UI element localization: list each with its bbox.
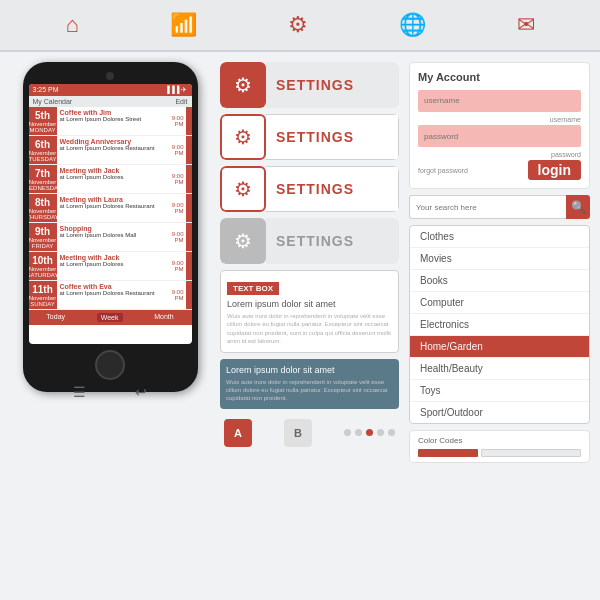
calendar-entry-2[interactable]: 7th November WEDNESDAY Meeting with Jack… [29,165,192,194]
entry-tag-3 [186,194,192,222]
forgot-password-link[interactable]: forgot password [418,167,468,174]
phone-signal: ▐▐▐ ✈ [165,86,188,94]
entry-date-5: 10th November SATURDAY [29,252,57,280]
entry-time-6: 9:00PM [170,281,186,309]
entry-info-3: Meeting with Laura at Lorem Ipsum Dolore… [57,194,170,222]
color-codes-title: Color Codes [418,436,581,445]
main-content: 3:25 PM ▐▐▐ ✈ My Calendar Edit 5th Novem… [0,52,600,582]
color-bar-gray [481,449,581,457]
textbox-title-1: Lorem ipsum dolor sit amet [227,299,392,309]
globe-icon[interactable]: 🌐 [399,12,426,38]
settings-button-2[interactable]: ⚙ SETTINGS [220,114,399,160]
phone-section: 3:25 PM ▐▐▐ ✈ My Calendar Edit 5th Novem… [10,62,210,572]
category-computer[interactable]: Computer [410,292,589,314]
tab-today[interactable]: Today [46,313,65,322]
login-row: forgot password login [418,160,581,180]
entry-info-4: Shopping at Lorem Ipsum Dolores Mall [57,223,170,251]
search-input[interactable] [409,195,566,219]
search-row: 🔍 [409,195,590,219]
calendar-title: My Calendar [33,98,73,105]
tab-section: A B [220,415,399,451]
phone-nav-back-icon[interactable]: ↩ [135,384,147,400]
phone-camera [106,72,114,80]
phone: 3:25 PM ▐▐▐ ✈ My Calendar Edit 5th Novem… [23,62,198,392]
entry-info-6: Coffee with Eva at Lorem Ipsum Dolores R… [57,281,170,309]
entry-time-0: 9:00PM [170,107,186,135]
gear-icon[interactable]: ⚙ [288,12,308,38]
category-home-garden[interactable]: Home/Garden [410,336,589,358]
textbox-title-2: Lorem ipsum dolor sit amet [226,365,393,375]
entry-tag-5 [186,252,192,280]
category-toys[interactable]: Toys [410,380,589,402]
entry-info-1: Wedding Anniversary at Lorem Ipsum Dolor… [57,136,170,164]
textbox-section-1: TEXT BOX Lorem ipsum dolor sit amet Wuis… [220,270,399,353]
phone-nav-menu-icon[interactable]: ☰ [73,384,86,400]
settings-icon-3: ⚙ [220,166,266,212]
settings-label-1: SETTINGS [266,62,399,108]
entry-time-5: 9:00PM [170,252,186,280]
category-books[interactable]: Books [410,270,589,292]
tab-button-b[interactable]: B [284,419,312,447]
entry-date-0: 5th November MONDAY [29,107,57,135]
settings-button-1[interactable]: ⚙ SETTINGS [220,62,399,108]
calendar-header: My Calendar Edit [29,96,192,107]
entry-tag-1 [186,136,192,164]
calendar-edit[interactable]: Edit [175,98,187,105]
category-list: Clothes Movies Books Computer Electronic… [409,225,590,424]
calendar-entry-3[interactable]: 8th November THURSDAY Meeting with Laura… [29,194,192,223]
calendar-entry-4[interactable]: 9th November FRIDAY Shopping at Lorem Ip… [29,223,192,252]
tab-week[interactable]: Week [97,313,123,322]
entry-info-0: Coffee with Jim at Lorem Ipsum Dolores S… [57,107,170,135]
mail-icon[interactable]: ✉ [517,12,535,38]
entry-date-1: 6th November TUESDAY [29,136,57,164]
tab-dots [344,429,395,436]
color-bars [418,449,581,457]
entry-info-5: Meeting with Jack at Lorem Ipsum Dolores [57,252,170,280]
username-label: username [418,116,581,123]
phone-nav-icons: ☰ ↩ [29,384,192,400]
entry-time-1: 9:00PM [170,136,186,164]
settings-button-3[interactable]: ⚙ SETTINGS [220,166,399,212]
settings-label-3: SETTINGS [266,166,399,212]
middle-section: ⚙ SETTINGS ⚙ SETTINGS ⚙ SETTINGS ⚙ SETTI… [220,62,399,572]
entry-time-3: 9:00PM [170,194,186,222]
entry-info-2: Meeting with Jack at Lorem Ipsum Dolores [57,165,170,193]
category-electronics[interactable]: Electronics [410,314,589,336]
category-clothes[interactable]: Clothes [410,226,589,248]
login-button[interactable]: login [528,160,581,180]
category-sport-outdoor[interactable]: Sport/Outdoor [410,402,589,423]
phone-time: 3:25 PM [33,86,59,94]
calendar-entry-6[interactable]: 11th November SUNDAY Coffee with Eva at … [29,281,192,310]
entry-time-2: 9:00PM [170,165,186,193]
signal-icon[interactable]: 📶 [170,12,197,38]
entry-time-4: 9:00PM [170,223,186,251]
entry-date-2: 7th November WEDNESDAY [29,165,57,193]
tab-button-a[interactable]: A [224,419,252,447]
category-movies[interactable]: Movies [410,248,589,270]
password-label: password [418,151,581,158]
search-button[interactable]: 🔍 [566,195,590,219]
phone-screen: 3:25 PM ▐▐▐ ✈ My Calendar Edit 5th Novem… [29,84,192,344]
entry-tag-0 [186,107,192,135]
entry-date-3: 8th November THURSDAY [29,194,57,222]
phone-home-button[interactable] [95,350,125,380]
category-health-beauty[interactable]: Health/Beauty [410,358,589,380]
phone-status-bar: 3:25 PM ▐▐▐ ✈ [29,84,192,96]
username-input[interactable] [418,90,581,112]
settings-icon-2: ⚙ [220,114,266,160]
settings-icon-4: ⚙ [220,218,266,264]
calendar-entry-5[interactable]: 10th November SATURDAY Meeting with Jack… [29,252,192,281]
entry-tag-2 [186,165,192,193]
tab-month[interactable]: Month [154,313,173,322]
color-bar-red [418,449,478,457]
color-codes-section: Color Codes [409,430,590,463]
settings-button-4[interactable]: ⚙ SETTINGS [220,218,399,264]
textbox-body-1: Wuis aute irure dolor in reprehenderit i… [227,312,392,346]
entry-tag-4 [186,223,192,251]
top-bar: ⌂ 📶 ⚙ 🌐 ✉ [0,0,600,52]
settings-label-2: SETTINGS [266,114,399,160]
calendar-entry-0[interactable]: 5th November MONDAY Coffee with Jim at L… [29,107,192,136]
password-input[interactable] [418,125,581,147]
home-icon[interactable]: ⌂ [65,12,78,38]
calendar-entry-1[interactable]: 6th November TUESDAY Wedding Anniversary… [29,136,192,165]
